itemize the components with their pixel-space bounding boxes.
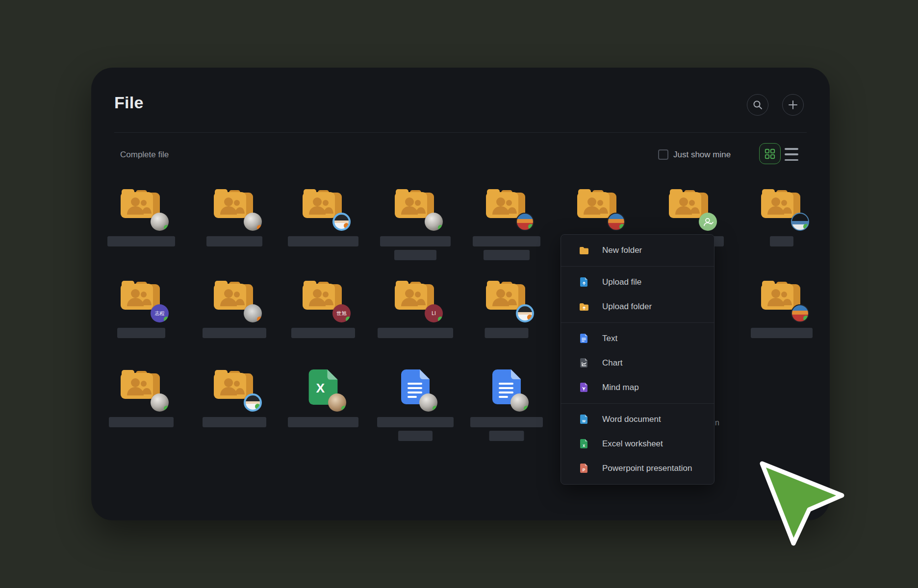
file-item-shared-folder[interactable] [100,369,183,405]
menu-item-label: Mind map [602,383,639,392]
menu-item-upload-folder[interactable]: Upload folder [561,294,714,319]
file-item-shared-folder[interactable]: 世旭 [281,280,365,316]
file-item-excel-sheet[interactable]: X [281,369,365,407]
status-dot-online [438,225,443,230]
file-item-shared-folder[interactable]: LI [374,280,457,316]
file-icon-wrap [761,280,802,316]
menu-item-label: Upload file [602,277,641,287]
svg-text:x: x [583,443,585,448]
excel-doc-icon: x [579,439,589,449]
owner-avatar-cartoon-hat [516,213,534,231]
menu-item-excel-worksheet[interactable]: x Excel worksheet [561,432,714,456]
clipped-file-label-fragment: n [715,418,719,427]
file-item-shared-folder[interactable] [740,189,823,224]
svg-text:X: X [316,381,325,395]
menu-item-chart[interactable]: Chart [561,351,714,375]
svg-text:P: P [583,467,586,472]
file-item-shared-folder[interactable] [281,189,365,224]
upload-file-icon [579,277,589,288]
file-item-shared-folder[interactable] [193,369,276,405]
owner-avatar-initials-red: 世旭 [332,304,351,322]
status-dot-online [346,317,351,322]
file-item-shared-folder[interactable] [193,189,276,224]
file-name-placeholder [203,328,266,338]
file-item-shared-folder[interactable] [740,280,823,316]
status-dot-online [619,224,625,229]
file-name-placeholder [107,236,175,246]
menu-item-text[interactable]: Text [561,326,714,351]
file-icon-wrap [214,280,255,316]
menu-item-upload-file[interactable]: Upload file [561,270,714,294]
file-name-placeholder [291,328,355,338]
avatar-initials: LI [432,311,435,316]
owner-avatar-globe-brown [328,393,346,412]
file-icon-wrap [214,189,255,224]
status-dot-online [803,316,809,321]
file-item-blue-doc[interactable] [465,369,548,406]
owner-avatar-boy-glasses [332,213,351,231]
file-icon-wrap: 志程 [121,280,162,316]
file-name-placeholder [378,328,453,338]
file-name-placeholder [288,417,358,427]
status-dot-online [255,404,260,409]
menu-item-powerpoint-presentation[interactable]: P Powerpoint presentation [561,456,714,481]
status-dot-away [527,315,533,320]
owner-avatar-dark-boy [791,213,809,231]
status-dot-online [438,317,443,322]
file-name-placeholder [117,328,165,338]
owner-avatar-initials-purple: 志程 [151,304,169,322]
menu-item-label: Chart [602,358,623,368]
svg-text:w: w [582,418,586,423]
file-item-shared-folder[interactable] [556,189,639,224]
owner-avatar-globe-gray [419,393,437,412]
menu-section: w Word documentx Excel worksheetP Powerp… [561,403,714,484]
menu-item-label: Text [602,334,617,343]
ppt-doc-icon: P [579,463,589,474]
file-name-placeholder [751,328,813,338]
owner-avatar-cat-gray [244,304,262,322]
owner-avatar-boy-glasses [516,304,534,322]
file-name-placeholder [470,417,543,427]
status-dot-away [344,223,349,228]
file-name-placeholder [380,236,451,246]
file-item-shared-folder[interactable] [374,189,457,224]
file-name-placeholder [394,250,436,260]
file-icon-wrap [214,369,255,405]
file-item-blue-doc[interactable] [374,369,457,406]
new-folder-icon [579,245,589,256]
upload-folder-icon [579,301,589,312]
file-icon-wrap [121,189,162,224]
owner-avatar-globe-gray [425,213,443,231]
file-icon-wrap [121,369,162,405]
menu-item-mind-map[interactable]: Mind map [561,375,714,400]
menu-item-word-document[interactable]: w Word document [561,407,714,432]
file-item-shared-folder[interactable] [648,189,731,224]
file-name-placeholder [206,236,262,246]
owner-avatar-cartoon-hat [607,213,625,231]
menu-section: New folder [561,235,714,266]
menu-section: Text Chart Mind map [561,322,714,403]
file-item-shared-folder[interactable] [465,189,548,224]
file-name-placeholder [288,236,358,246]
file-name-placeholder [485,328,529,338]
file-name-placeholder [203,417,266,427]
status-dot-online [164,406,169,411]
file-item-shared-folder[interactable] [465,280,548,316]
owner-avatar-globe-gray [151,213,169,231]
file-item-shared-folder[interactable]: 志程 [100,280,183,316]
mindmap-doc-icon [579,382,589,393]
owner-avatar-badge-green [699,213,717,231]
file-icon-wrap [395,189,436,224]
desktop-background: { "header": { "title": "File", "search_b… [0,0,918,588]
file-icon-wrap: LI [395,280,436,316]
menu-item-new-folder[interactable]: New folder [561,238,714,263]
file-name-placeholder [109,417,174,427]
menu-item-label: Excel worksheet [602,439,663,449]
new-item-context-menu: New folder Upload file Upload folder Tex… [561,234,714,485]
file-item-shared-folder[interactable] [100,189,183,224]
menu-section: Upload file Upload folder [561,266,714,322]
status-dot-online [524,406,529,411]
status-dot-online [433,406,437,411]
file-icon-wrap [303,189,344,224]
file-item-shared-folder[interactable] [193,280,276,316]
